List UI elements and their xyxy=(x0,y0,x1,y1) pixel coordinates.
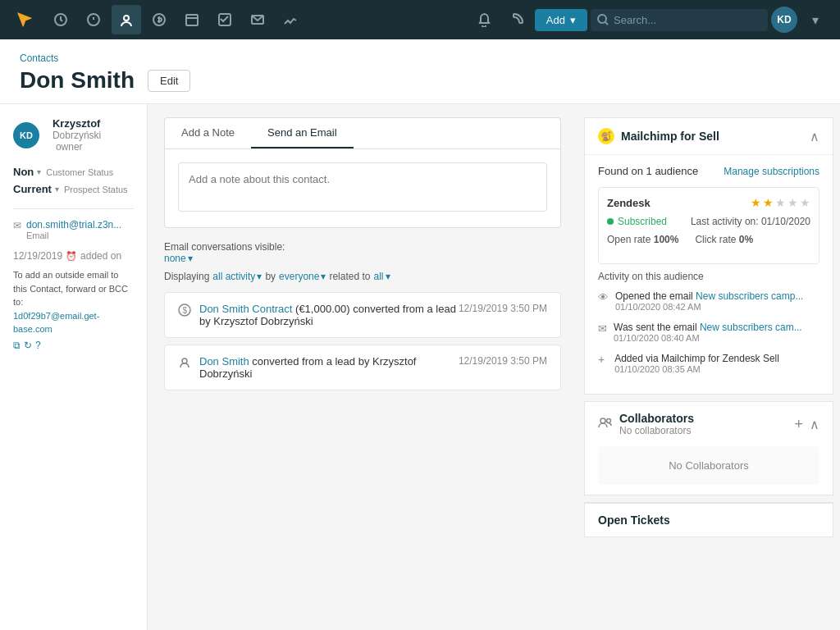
bcc-refresh-icon[interactable]: ↻ xyxy=(24,338,32,353)
deal-link[interactable]: Don Smith Contract xyxy=(199,303,292,315)
nav-timer-icon[interactable] xyxy=(79,5,108,34)
non-customer-value: Non xyxy=(13,166,34,178)
eye-icon: 👁 xyxy=(598,291,609,304)
open-tickets-title: Open Tickets xyxy=(598,514,670,527)
nav-contacts-icon[interactable] xyxy=(112,5,141,34)
open-tickets-card: Open Tickets xyxy=(584,502,833,537)
app-logo[interactable] xyxy=(10,5,39,34)
star-rating: ★ ★ ★ ★ ★ xyxy=(751,196,810,209)
owner-info: Krzysztof Dobrzyński owner xyxy=(52,117,134,153)
tab-add-note[interactable]: Add a Note xyxy=(165,118,251,148)
person-link[interactable]: Don Smith xyxy=(199,355,249,368)
add-collaborator-button[interactable]: + xyxy=(794,416,803,433)
sidebar-divider xyxy=(13,208,134,209)
activity-deal-content: Don Smith Contract (€1,000.00) converted… xyxy=(199,303,547,327)
nav-phone-icon[interactable] xyxy=(502,5,532,34)
mc-activity-time-2: 01/10/2020 08:40 AM xyxy=(614,333,802,343)
nav-more-icon[interactable]: ▾ xyxy=(801,5,830,34)
open-rate: Open rate 100% xyxy=(607,234,678,245)
current-prospect-row: Current ▾ Prospect Status xyxy=(13,183,134,195)
star-4: ★ xyxy=(788,196,798,209)
no-collaborators-text: No Collaborators xyxy=(598,446,819,485)
svg-point-12 xyxy=(607,419,611,423)
mail-icon: ✉ xyxy=(598,322,607,335)
subscribed-dot xyxy=(607,218,614,225)
status-section: Non ▾ Customer Status Current ▾ Prospect… xyxy=(13,166,134,195)
svg-text:$: $ xyxy=(183,306,188,315)
star-3: ★ xyxy=(775,196,786,209)
activity-filter: Displaying all activity ▾ by everyone ▾ … xyxy=(164,271,561,282)
owner-surname: Dobrzyński xyxy=(52,130,101,141)
bcc-help-icon[interactable]: ? xyxy=(35,338,41,353)
bcc-email[interactable]: 1d0f29b7@email.get-base.com xyxy=(13,311,99,335)
owner-avatar: KD xyxy=(13,122,39,148)
audience-text: Found on 1 audience xyxy=(598,165,698,177)
contact-title-row: Don Smith Edit xyxy=(20,67,820,103)
search-icon xyxy=(597,14,609,25)
prospect-status-label: Prospect Status xyxy=(64,185,128,194)
metrics-row: Open rate 100% Click rate 0% xyxy=(607,234,810,245)
collaborators-text: Collaborators No collaborators xyxy=(619,412,694,436)
nav-bell-icon[interactable] xyxy=(469,5,499,34)
bcc-copy-icon[interactable]: ⧉ xyxy=(13,338,21,353)
customer-status-label: Customer Status xyxy=(46,167,113,177)
owner-name: Krzysztof xyxy=(52,117,134,130)
nav-analytics-icon[interactable] xyxy=(276,5,305,34)
email-value[interactable]: don.smith@trial.z3n... xyxy=(26,219,121,231)
svg-point-7 xyxy=(598,15,606,23)
activity-list: $ Don Smith Contract (€1,000.00) convert… xyxy=(164,292,561,390)
subscribed-row: Subscribed Last activity on: 01/10/2020 xyxy=(607,216,810,227)
filter-all[interactable]: all ▾ xyxy=(373,271,390,282)
search-bar xyxy=(591,9,768,31)
mc-email-link-1[interactable]: New subscribers camp... xyxy=(696,290,803,302)
current-prospect-value: Current xyxy=(13,183,52,195)
nav-email-icon[interactable] xyxy=(243,5,272,34)
tab-send-email[interactable]: Send an Email xyxy=(251,118,354,148)
non-customer-row: Non ▾ Customer Status xyxy=(13,166,134,178)
click-rate: Click rate 0% xyxy=(695,234,753,245)
non-customer-dropdown[interactable]: ▾ xyxy=(37,167,41,176)
email-visible-filter[interactable]: none ▾ xyxy=(164,253,561,264)
email-visible-row: Email conversations visible: none ▾ xyxy=(164,241,561,264)
date-added-row: 12/19/2019 ⏰ added on xyxy=(13,250,134,262)
email-info: don.smith@trial.z3n... Email xyxy=(26,219,121,240)
nav-calendar-icon[interactable] xyxy=(177,5,207,34)
person-icon xyxy=(178,356,191,372)
activity-person-content: Don Smith converted from a lead by Krzys… xyxy=(199,355,547,380)
mc-activity-title: Activity on this audience xyxy=(598,271,819,282)
email-row: ✉ don.smith@trial.z3n... Email xyxy=(13,219,134,240)
prospect-dropdown[interactable]: ▾ xyxy=(55,185,59,194)
zendesk-name: Zendesk xyxy=(607,197,651,209)
manage-subscriptions-link[interactable]: Manage subscriptions xyxy=(724,166,819,177)
filter-all-activity[interactable]: all activity ▾ xyxy=(212,271,262,282)
mailchimp-header: 🐒 Mailchimp for Sell ∧ xyxy=(585,118,833,155)
breadcrumb[interactable]: Contacts xyxy=(20,52,820,64)
star-5: ★ xyxy=(800,196,810,209)
note-textarea[interactable] xyxy=(178,162,547,212)
nav-dashboard-icon[interactable] xyxy=(46,5,75,34)
open-tickets-header: Open Tickets xyxy=(585,503,833,536)
email-icon: ✉ xyxy=(13,220,21,231)
nav-tasks-icon[interactable] xyxy=(210,5,240,34)
activity-deal-text: Don Smith Contract (€1,000.00) converted… xyxy=(199,303,459,327)
bcc-info: To add an outside email to this Contact,… xyxy=(13,268,134,353)
nav-money-icon[interactable] xyxy=(144,5,174,34)
deal-icon: $ xyxy=(178,304,191,319)
add-button[interactable]: Add ▾ xyxy=(535,9,587,31)
search-input[interactable] xyxy=(614,9,761,31)
bcc-icons: ⧉ ↻ ? xyxy=(13,338,134,353)
subscribed-badge: Subscribed xyxy=(607,216,667,227)
mc-activity-sent: ✉ Was sent the email New subscribers cam… xyxy=(598,322,819,343)
person-timestamp: 12/19/2019 3:50 PM xyxy=(459,355,547,367)
user-avatar[interactable]: KD xyxy=(771,7,797,33)
right-panel-inner: 🐒 Mailchimp for Sell ∧ Found on 1 audien… xyxy=(578,104,840,557)
edit-button[interactable]: Edit xyxy=(148,70,190,92)
date-added-label: added on xyxy=(80,250,121,262)
mc-email-link-2[interactable]: New subscribers cam... xyxy=(700,322,802,333)
filter-everyone[interactable]: everyone ▾ xyxy=(279,271,326,282)
svg-rect-4 xyxy=(186,15,198,25)
collaborators-subtitle: No collaborators xyxy=(619,425,694,436)
mailchimp-collapse[interactable]: ∧ xyxy=(810,129,819,144)
collaborators-collapse[interactable]: ∧ xyxy=(810,417,819,432)
contact-name: Don Smith xyxy=(20,67,135,94)
